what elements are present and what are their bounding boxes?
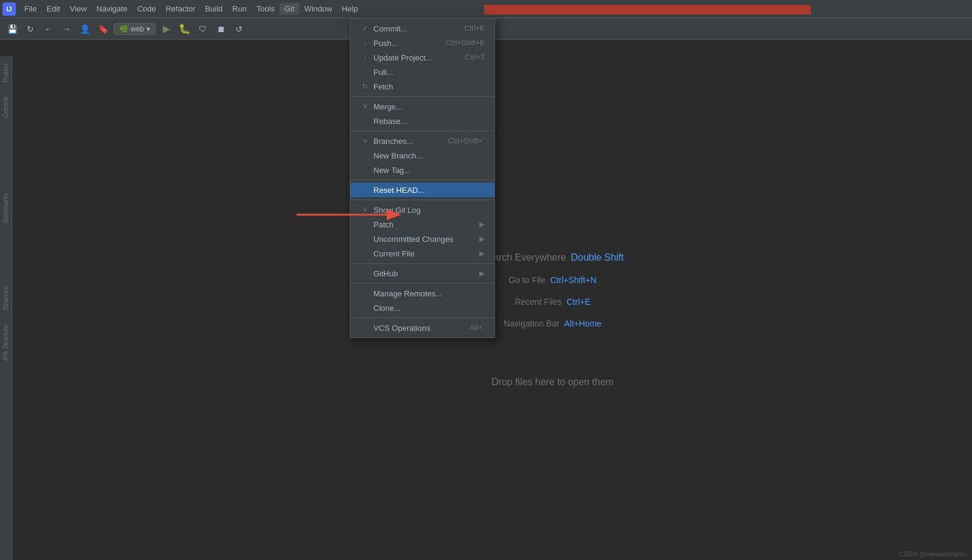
toolbar-forward-btn[interactable]: → <box>59 22 74 36</box>
branches-label: Branches... <box>373 137 413 146</box>
clone-label: Clone... <box>373 304 401 313</box>
manage-remotes-label: Manage Remotes... <box>373 289 442 298</box>
fetch-label: Fetch <box>373 82 393 91</box>
separator-3 <box>350 180 494 180</box>
update-shortcut: Ctrl+T <box>465 53 485 62</box>
current-file-label: Current File <box>373 249 415 258</box>
branches-icon: ⑂ <box>360 136 370 146</box>
merge-label: Merge... <box>373 102 402 111</box>
go-to-file-hint: Go to File Ctrl+Shift+N <box>509 275 597 285</box>
debug-button[interactable]: 🐛 <box>177 22 192 36</box>
push-label: Push... <box>373 39 398 48</box>
menu-refactor[interactable]: Refactor <box>161 3 200 15</box>
menu-item-new-tag[interactable]: New Tag... <box>350 163 494 177</box>
vcs-icon <box>360 323 370 333</box>
branch-name: web <box>131 25 144 33</box>
menu-code[interactable]: Code <box>133 3 161 15</box>
recent-files-shortcut: Ctrl+E <box>566 297 590 307</box>
sidebar-structure-tab[interactable]: Structure <box>1 279 10 318</box>
separator-2 <box>350 131 494 131</box>
separator-5 <box>350 263 494 264</box>
separator-4 <box>350 200 494 200</box>
menu-item-uncommitted-changes[interactable]: Uncommitted Changes ▶ <box>350 232 494 246</box>
sidebar-project-tab[interactable]: Project <box>1 56 10 90</box>
undo-button[interactable]: ↺ <box>232 22 246 36</box>
fetch-icon: ↻ <box>360 82 370 91</box>
menu-item-clone[interactable]: Clone... <box>350 301 494 315</box>
reset-head-label: Reset HEAD... <box>373 186 425 195</box>
menu-item-push[interactable]: ↑ Push... Ctrl+Shift+K <box>350 36 494 50</box>
menu-edit[interactable]: Edit <box>42 3 65 15</box>
toolbar-bookmark-btn[interactable]: 🔖 <box>96 22 110 36</box>
menu-item-branches[interactable]: ⑂ Branches... Ctrl+Shift+` <box>350 134 494 148</box>
stop-button[interactable]: ⏹ <box>214 22 228 36</box>
menu-item-reset-head[interactable]: Reset HEAD... <box>350 183 494 197</box>
left-sidebar: Project Commit Bookmarks Structure JPA S… <box>0 56 12 560</box>
vcs-shortcut: Alt+` <box>470 324 485 332</box>
menu-item-patch[interactable]: Patch ▶ <box>350 217 494 232</box>
branch-selector[interactable]: 🌿 web ▾ <box>114 23 156 35</box>
menu-item-show-git-log[interactable]: ⑂ Show Git Log <box>350 203 494 217</box>
uncommitted-label: Uncommitted Changes <box>373 235 453 244</box>
menu-item-merge[interactable]: ⑂ Merge... <box>350 99 494 114</box>
recent-files-label: Recent Files <box>514 297 562 307</box>
menubar: IJ File Edit View Navigate Code Refactor… <box>0 0 972 18</box>
menu-item-commit[interactable]: ✓ Commit... Ctrl+K <box>350 21 494 36</box>
vcs-operations-label: VCS Operations <box>373 324 430 333</box>
merge-icon: ⑂ <box>360 102 370 111</box>
separator-7 <box>350 317 494 318</box>
push-shortcut: Ctrl+Shift+K <box>445 39 485 47</box>
uncommitted-submenu-arrow: ▶ <box>479 235 485 243</box>
menu-item-current-file[interactable]: Current File ▶ <box>350 246 494 261</box>
toolbar-sync-btn[interactable]: ↻ <box>23 22 38 36</box>
coverage-button[interactable]: 🛡 <box>195 22 210 36</box>
menu-view[interactable]: View <box>65 3 91 15</box>
sidebar-jpa-tab[interactable]: JPA Structure <box>1 317 10 368</box>
git-log-icon: ⑂ <box>360 205 370 215</box>
toolbar-save-btn[interactable]: 💾 <box>5 22 19 36</box>
pull-icon <box>360 67 370 77</box>
uncommitted-icon <box>360 234 370 244</box>
show-git-log-label: Show Git Log <box>373 206 421 215</box>
menu-item-vcs-operations[interactable]: VCS Operations Alt+` <box>350 321 494 335</box>
nav-bar-label: Navigation Bar <box>504 319 559 328</box>
menu-item-manage-remotes[interactable]: Manage Remotes... <box>350 286 494 301</box>
menu-tools[interactable]: Tools <box>252 3 280 15</box>
menu-navigate[interactable]: Navigate <box>91 3 132 15</box>
menu-build[interactable]: Build <box>200 3 228 15</box>
center-content: Search Everywhere Double Shift Go to Fil… <box>133 80 972 560</box>
git-dropdown-menu: ✓ Commit... Ctrl+K ↑ Push... Ctrl+Shift+… <box>350 18 495 338</box>
manage-remotes-icon <box>360 288 370 298</box>
github-label: GitHub <box>373 269 398 278</box>
sidebar-bookmarks-tab[interactable]: Bookmarks <box>1 186 10 230</box>
app-logo: IJ <box>2 2 16 16</box>
menu-git[interactable]: Git <box>280 3 300 15</box>
toolbar-back-btn[interactable]: ← <box>41 22 56 36</box>
pull-label: Pull... <box>373 68 393 77</box>
nav-bar-shortcut: Alt+Home <box>564 319 602 328</box>
menu-help[interactable]: Help <box>337 3 363 15</box>
menu-item-new-branch[interactable]: New Branch... <box>350 148 494 163</box>
menu-item-github[interactable]: GitHub ▶ <box>350 266 494 281</box>
new-branch-icon <box>360 151 370 160</box>
nav-bar-hint: Navigation Bar Alt+Home <box>504 319 602 328</box>
current-file-submenu-arrow: ▶ <box>479 249 485 258</box>
update-label: Update Project... <box>373 53 432 62</box>
toolbar-vcs-btn[interactable]: 👤 <box>77 22 92 36</box>
sidebar-commit-tab[interactable]: Commit <box>1 90 10 125</box>
search-hint-shortcut: Double Shift <box>571 252 623 263</box>
search-everywhere-hint: Search Everywhere Double Shift <box>482 252 624 263</box>
menu-item-update-project[interactable]: ↓ Update Project... Ctrl+T <box>350 50 494 65</box>
menu-item-rebase[interactable]: Rebase... <box>350 114 494 128</box>
menu-item-fetch[interactable]: ↻ Fetch <box>350 79 494 94</box>
reset-head-icon <box>360 185 370 195</box>
drop-hint: Drop files here to open them <box>491 377 614 388</box>
branch-icon: 🌿 <box>119 25 128 33</box>
menu-file[interactable]: File <box>19 3 42 15</box>
clone-icon <box>360 303 370 313</box>
run-button[interactable]: ▶ <box>159 22 174 36</box>
menu-item-pull[interactable]: Pull... <box>350 65 494 79</box>
github-icon <box>360 269 370 278</box>
menu-run[interactable]: Run <box>228 3 252 15</box>
menu-window[interactable]: Window <box>300 3 337 15</box>
